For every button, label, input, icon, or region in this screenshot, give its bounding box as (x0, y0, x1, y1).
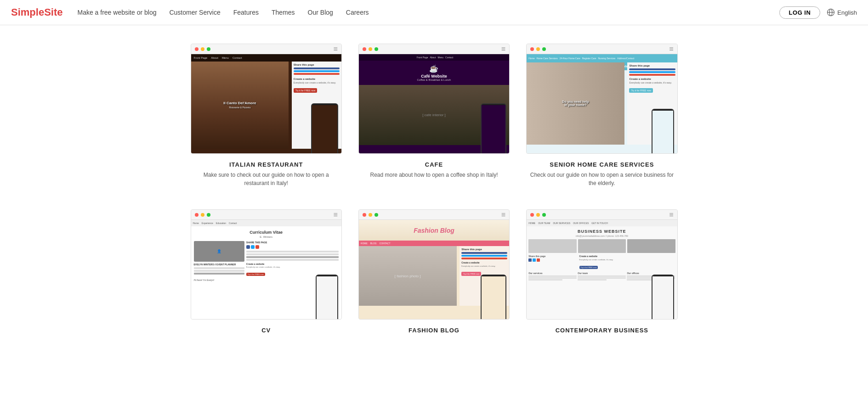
italian-desc: Make sure to check out our guide on how … (191, 171, 342, 187)
themes-grid: ≡ Front Page About Menu Contact Il Canto… (182, 44, 687, 337)
cafe-desc: Read more about how to open a coffee sho… (370, 171, 498, 179)
browser-menu-icon: ≡ (333, 211, 337, 219)
theme-preview-fashion[interactable]: ≡ Fashion Blog HOME BLOG CONTACT [ fashi… (358, 209, 510, 320)
browser-dot-red (195, 47, 199, 51)
theme-preview-cafe[interactable]: ≡ Front Page About Menu Contact ☕ Café W… (358, 44, 510, 154)
theme-preview-italian-restaurant[interactable]: ≡ Front Page About Menu Contact Il Canto… (191, 44, 342, 154)
browser-dot-yellow (536, 47, 540, 51)
browser-chrome-senior: ≡ (527, 44, 677, 54)
browser-menu-icon: ≡ (669, 211, 673, 219)
browser-dot-yellow (369, 47, 372, 51)
browser-chrome: ≡ (191, 44, 341, 54)
senior-screenshot: Home Home Care Services 24-Hour Home Car… (527, 54, 677, 154)
cv-header: Home Experience Education Contact (191, 220, 341, 226)
senior-desc: Check out our guide on how to open a ser… (526, 171, 677, 187)
browser-dot-green (374, 47, 378, 51)
theme-card-fashion[interactable]: ≡ Fashion Blog HOME BLOG CONTACT [ fashi… (358, 209, 510, 337)
senior-header: Home Home Care Services 24-Hour Home Car… (527, 54, 677, 62)
theme-preview-senior[interactable]: ≡ Home Home Care Services 24-Hour Home C… (526, 44, 677, 154)
browser-chrome-fashion: ≡ (359, 210, 509, 220)
theme-preview-cv[interactable]: ≡ Home Experience Education Contact Curr… (191, 209, 342, 320)
browser-dot-yellow (369, 213, 372, 217)
cv-screenshot: Home Experience Education Contact Curric… (191, 220, 341, 320)
browser-chrome-cafe: ≡ (359, 44, 509, 54)
theme-preview-business[interactable]: ≡ HOME OUR TEAM OUR SERVICES OUR OFFICES… (526, 209, 677, 320)
browser-dot-green (207, 213, 210, 217)
login-button[interactable]: LOG IN (779, 6, 821, 19)
cv-title: CV (261, 327, 271, 334)
site-logo[interactable]: SimpleSite (11, 6, 62, 18)
browser-dot-yellow (536, 213, 540, 217)
theme-card-business[interactable]: ≡ HOME OUR TEAM OUR SERVICES OUR OFFICES… (526, 209, 677, 337)
browser-dot-red (363, 213, 366, 217)
fashion-nav: HOME BLOG CONTACT (359, 241, 509, 246)
fashion-screenshot: Fashion Blog HOME BLOG CONTACT [ fashion… (359, 220, 509, 320)
nav-links: Make a free website or blog Customer Ser… (77, 9, 779, 16)
browser-chrome-cv: ≡ (191, 210, 341, 220)
fashion-title: FASHION BLOG (408, 327, 460, 334)
cv-phone (316, 275, 338, 320)
theme-card-cv[interactable]: ≡ Home Experience Education Contact Curr… (191, 209, 342, 337)
theme-card-cafe[interactable]: ≡ Front Page About Menu Contact ☕ Café W… (358, 44, 510, 187)
browser-dot-red (195, 213, 199, 217)
language-selector[interactable]: English (827, 8, 857, 17)
language-label: English (837, 9, 857, 16)
italian-site-header: Front Page About Menu Contact (191, 54, 341, 62)
browser-menu-icon: ≡ (501, 45, 505, 53)
nav-features[interactable]: Features (233, 9, 259, 16)
italian-hero: Il Canto Del'AmoreRistorante & Pizzeria (191, 62, 289, 149)
browser-dot-yellow (201, 47, 204, 51)
globe-icon (827, 8, 835, 17)
senior-hero: Do you need helpin your home? (527, 62, 624, 145)
business-phone (652, 275, 674, 320)
browser-dot-red (530, 213, 534, 217)
senior-phone (652, 109, 674, 154)
navigation: SimpleSite Make a free website or blog C… (0, 0, 868, 25)
browser-menu-icon: ≡ (501, 211, 505, 219)
browser-dot-red (530, 47, 534, 51)
browser-chrome-business: ≡ (527, 210, 677, 220)
browser-dot-green (542, 47, 546, 51)
business-screenshot: HOME OUR TEAM OUR SERVICES OUR OFFICES G… (527, 220, 677, 320)
nav-themes[interactable]: Themes (272, 9, 295, 16)
theme-card-senior[interactable]: ≡ Home Home Care Services 24-Hour Home C… (526, 44, 677, 187)
browser-menu-icon: ≡ (333, 45, 337, 53)
italian-phone (311, 103, 338, 154)
nav-careers[interactable]: Careers (346, 9, 369, 16)
cafe-title: CAFE (425, 161, 443, 168)
browser-dot-red (363, 47, 366, 51)
browser-dot-green (207, 47, 210, 51)
senior-title: SENIOR HOME CARE SERVICES (550, 161, 654, 168)
cafe-phone (481, 103, 506, 154)
fashion-phone (481, 275, 506, 320)
nav-customer-service[interactable]: Customer Service (169, 9, 220, 16)
browser-dot-green (542, 213, 546, 217)
fashion-main-img: [ fashion photo ] (359, 246, 457, 306)
italian-screenshot: Front Page About Menu Contact Il Canto D… (191, 54, 341, 154)
nav-make-website[interactable]: Make a free website or blog (77, 9, 156, 16)
theme-card-italian-restaurant[interactable]: ≡ Front Page About Menu Contact Il Canto… (191, 44, 342, 187)
italian-title: ITALIAN RESTAURANT (229, 161, 303, 168)
browser-dot-yellow (201, 213, 204, 217)
browser-menu-icon: ≡ (669, 45, 673, 53)
nav-right: LOG IN English (779, 6, 857, 19)
biz-header: HOME OUR TEAM OUR SERVICES OUR OFFICES G… (527, 220, 677, 226)
cafe-screenshot: Front Page About Menu Contact ☕ Café Web… (359, 54, 509, 154)
browser-dot-green (374, 213, 378, 217)
cafe-header: Front Page About Menu Contact (359, 54, 509, 61)
nav-our-blog[interactable]: Our Blog (308, 9, 333, 16)
fashion-banner: Fashion Blog (359, 220, 509, 241)
business-title: CONTEMPORARY BUSINESS (556, 327, 648, 334)
